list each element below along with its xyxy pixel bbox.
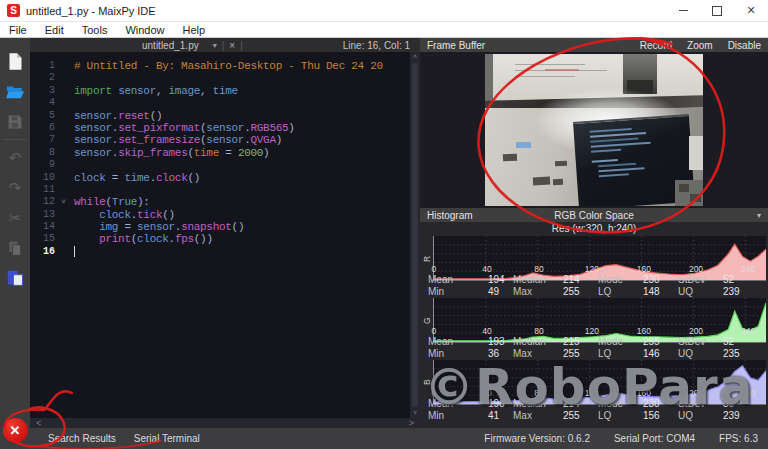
menu-item-window[interactable]: Window [116, 24, 173, 36]
line-number: 16 [30, 246, 62, 258]
code-line: clock = time.clock() [74, 172, 410, 184]
menu-item-tools[interactable]: Tools [73, 24, 117, 36]
undo-button[interactable]: ↶ [4, 147, 26, 168]
undo-icon: ↶ [9, 150, 22, 165]
code-line [74, 72, 410, 84]
histogram-channel-r: R 04080120160200240 Mean194Median214Mode… [420, 236, 768, 298]
stat-value: 255 [563, 410, 598, 422]
disconnect-x-icon: ✕ [10, 424, 21, 437]
code-line: sensor.set_framesize(sensor.QVGA) [74, 134, 410, 146]
zoom-button[interactable]: Zoom [687, 40, 713, 51]
x-axis-ticks-g: 04080120160200240 [433, 326, 766, 336]
cut-button[interactable]: ✂ [4, 207, 26, 228]
disable-button[interactable]: Disable [728, 40, 761, 51]
x-tick-label: 80 [534, 264, 543, 274]
channel-label-b: B [420, 360, 433, 405]
stat-value: 193 [488, 336, 513, 348]
stat-value: 255 [563, 348, 598, 360]
redo-button[interactable]: ↷ [4, 177, 26, 198]
frame-buffer-view [420, 52, 768, 208]
code-line [74, 159, 410, 171]
new-file-button[interactable] [4, 51, 26, 72]
stat-value: 239 [723, 410, 768, 422]
line-number: 12˅ [30, 196, 62, 208]
paste-button[interactable] [4, 267, 26, 288]
tab-separator: | [222, 40, 225, 51]
stat-row: Mean194Median214Mode230StDev52 [428, 274, 768, 286]
stat-value: 194 [488, 274, 513, 286]
x-tick-label: 80 [534, 388, 543, 398]
menubar: File Edit Tools Window Help [0, 22, 768, 38]
stat-label: Max [513, 286, 563, 298]
stat-label: Median [513, 398, 563, 410]
scrollbar-thumb[interactable] [412, 63, 418, 407]
code-line [74, 246, 410, 258]
line-number: 5 [30, 110, 62, 122]
new-file-icon [8, 52, 23, 71]
bottom-tabs: Search Results Serial Terminal [48, 433, 200, 444]
open-folder-icon [6, 85, 25, 99]
menu-item-file[interactable]: File [0, 24, 36, 36]
line-number: 8 [30, 147, 62, 159]
save-icon [7, 114, 23, 130]
maixpy-ide-window: S untitled_1.py - MaixPy IDE ✕ File Edit… [0, 0, 768, 449]
close-button[interactable]: ✕ [734, 0, 768, 21]
code-line: # Untitled - By: Masahiro-Desktop - Thu … [74, 60, 410, 72]
stat-label: Median [513, 274, 563, 286]
minimize-button[interactable] [666, 0, 700, 21]
tab-dropdown-icon[interactable]: ▾ [213, 41, 217, 50]
disconnect-button[interactable]: ✕ [3, 418, 28, 443]
save-file-button[interactable] [4, 111, 26, 132]
maximize-button[interactable] [700, 0, 734, 21]
scroll-right-icon[interactable]: > [409, 418, 414, 428]
code-area[interactable]: # Untitled - By: Masahiro-Desktop - Thu … [62, 52, 410, 418]
editor-horizontal-scrollbar[interactable]: < > [30, 418, 420, 428]
copy-icon [7, 240, 23, 256]
record-button[interactable]: Record [640, 40, 672, 51]
color-space-select[interactable]: RGB Color Space [420, 210, 768, 221]
stat-label: Min [428, 286, 488, 298]
code-editor[interactable]: 123456789101112˅13141516 # Untitled - By… [30, 52, 410, 418]
copy-button[interactable] [4, 237, 26, 258]
code-line: while(True): [74, 196, 410, 208]
stat-value: 156 [643, 410, 678, 422]
code-line: sensor.reset() [74, 110, 410, 122]
color-space-caret-icon[interactable]: ▾ [757, 211, 761, 220]
x-tick-label: 40 [482, 264, 491, 274]
line-number-gutter: 123456789101112˅13141516 [30, 52, 62, 418]
x-tick-label: 200 [689, 388, 703, 398]
stat-label: StDev [678, 336, 723, 348]
line-number: 2 [30, 72, 62, 84]
scroll-up-icon[interactable]: ˄ [413, 52, 417, 62]
frame-buffer-actions: Record Zoom Disable [640, 40, 761, 51]
editor-vertical-scrollbar[interactable]: ˄ ˅ [410, 52, 420, 418]
stats-b: Mean196Median214Mode230StDev50Min41Max25… [420, 398, 768, 422]
open-file-button[interactable] [4, 81, 26, 102]
line-number: 9 [30, 159, 62, 171]
toolbar-separator [4, 139, 26, 140]
x-tick-label: 120 [585, 388, 599, 398]
scroll-left-icon[interactable]: < [36, 418, 41, 428]
tab-serial-terminal[interactable]: Serial Terminal [134, 433, 200, 444]
scroll-down-icon[interactable]: ˅ [413, 408, 417, 418]
editor-tab[interactable]: untitled_1.py [142, 40, 199, 51]
fold-marker-icon[interactable]: ˅ [61, 196, 66, 208]
x-tick-label: 40 [482, 388, 491, 398]
code-line [74, 184, 410, 196]
stat-value: 52 [723, 274, 768, 286]
channel-label-g: G [420, 298, 433, 343]
resolution-label: Res (w:320, h:240) [420, 222, 768, 236]
frame-buffer-header: Frame Buffer Record Zoom Disable [420, 38, 768, 52]
menu-item-help[interactable]: Help [174, 24, 215, 36]
line-number: 10 [30, 172, 62, 184]
redo-icon: ↷ [9, 180, 22, 195]
stat-label: Max [513, 410, 563, 422]
app-logo-icon: S [7, 4, 20, 17]
stat-value: 49 [488, 286, 513, 298]
stat-label: Mode [598, 398, 643, 410]
tab-close-icon[interactable]: × [229, 40, 235, 51]
tab-search-results[interactable]: Search Results [48, 433, 116, 444]
line-number: 7 [30, 134, 62, 146]
code-line: img = sensor.snapshot() [74, 221, 410, 233]
menu-item-edit[interactable]: Edit [36, 24, 73, 36]
